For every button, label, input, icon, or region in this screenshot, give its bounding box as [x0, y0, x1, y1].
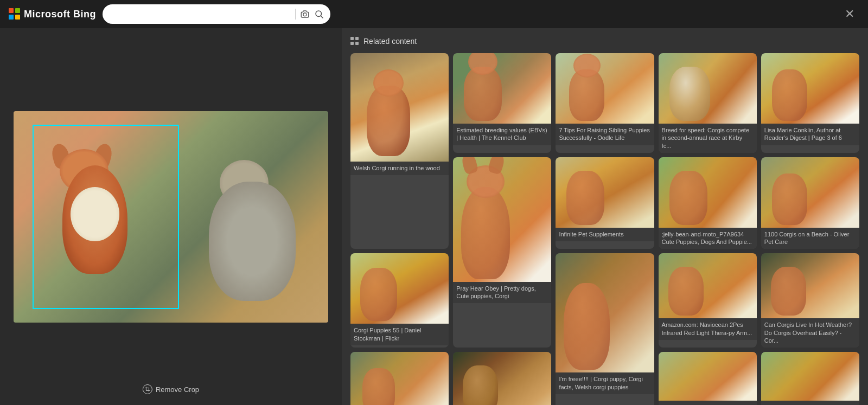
close-button[interactable]: ✕ [840, 4, 859, 24]
grid-item-2[interactable]: Estimated breeding values (EBVs) | Healt… [453, 53, 551, 153]
grid-item-13[interactable]: Can Corgis Live In Hot Weather? Do Corgi… [761, 253, 859, 348]
grid-item-2-label: Estimated breeding values (EBVs) | Healt… [453, 124, 551, 145]
related-title: Related content [363, 37, 417, 46]
remove-crop-label: Remove Crop [156, 385, 199, 394]
related-header: Related content [350, 37, 859, 46]
svg-point-1 [316, 11, 322, 17]
grid-item-12[interactable]: Amazon.com: Naviocean 2Pcs Infrared Red … [659, 253, 757, 348]
grid-item-16[interactable] [659, 352, 757, 405]
grid-item-5[interactable]: Lisa Marie Conklin, Author at Reader's D… [761, 53, 859, 153]
logo-square-blue [9, 15, 14, 20]
ri-2 [355, 37, 359, 40]
grid-item-15[interactable] [453, 352, 551, 405]
camera-search-button[interactable] [300, 9, 310, 19]
grid-item-6[interactable]: Pray Hear Obey | Pretty dogs, Cute puppi… [453, 157, 551, 348]
corgi-left [41, 144, 149, 306]
grid-item-16-label [659, 401, 757, 405]
grid-item-14[interactable] [350, 352, 449, 405]
logo-square-red [9, 8, 14, 13]
grid-item-17-label [761, 401, 859, 405]
bing-logo-text: Microsoft Bing [24, 9, 96, 20]
grid-item-9-label: 1100 Corgis on a Beach - Oliver Pet Care [761, 228, 859, 249]
grid-item-6-label: Pray Hear Obey | Pretty dogs, Cute puppi… [453, 282, 551, 304]
grid-item-3-label: 7 Tips For Raising Sibling Puppies Succe… [556, 124, 654, 145]
grid-item-11-label: I'm freee!!!! | Corgi puppy, Corgi facts… [556, 372, 654, 394]
left-panel: Remove Crop [0, 28, 342, 405]
grid-item-4-label: Breed for speed: Corgis compete in secon… [659, 124, 757, 153]
grid-item-12-label: Amazon.com: Naviocean 2Pcs Infrared Red … [659, 318, 757, 340]
svg-line-2 [321, 16, 323, 18]
ri-3 [350, 42, 354, 45]
grid-item-1-label: Welsh Corgi running in the wood [350, 162, 449, 175]
search-button[interactable] [314, 9, 324, 19]
grid-item-7-label: Infinite Pet Supplements [556, 228, 654, 241]
grid-item-8[interactable]: ;jelly-bean-and-moto_P7A9634 Cute Puppie… [659, 157, 757, 249]
search-bar [103, 4, 330, 24]
grid-item-4[interactable]: Breed for speed: Corgis compete in secon… [659, 53, 757, 153]
right-panel[interactable]: Related content Welsh Corgi running in t… [342, 28, 868, 405]
corgi-right [198, 155, 317, 323]
left-dog-chest [71, 187, 119, 241]
search-divider [295, 9, 296, 20]
topbar: Microsoft Bing ✕ [0, 0, 868, 28]
grid-item-11[interactable]: I'm freee!!!! | Corgi puppy, Corgi facts… [556, 253, 654, 405]
search-input[interactable] [109, 10, 291, 19]
images-grid: Welsh Corgi running in the wood Estimate… [350, 53, 859, 405]
grid-item-10[interactable]: Corgi Puppies 55 | Daniel Stockman | Fli… [350, 253, 449, 348]
logo-square-yellow [15, 15, 20, 20]
main-layout: Remove Crop Related content [0, 28, 868, 405]
grid-item-3[interactable]: 7 Tips For Raising Sibling Puppies Succe… [556, 53, 654, 153]
grid-item-7[interactable]: Infinite Pet Supplements [556, 157, 654, 249]
main-image [14, 111, 328, 323]
grid-item-10-label: Corgi Puppies 55 | Daniel Stockman | Fli… [350, 324, 449, 345]
bing-logo-squares [9, 8, 21, 20]
ri-4 [355, 42, 359, 45]
svg-point-0 [303, 13, 307, 16]
grid-item-8-label: ;jelly-bean-and-moto_P7A9634 Cute Puppie… [659, 228, 757, 249]
bing-logo: Microsoft Bing [9, 8, 96, 20]
related-content-icon [350, 37, 359, 46]
image-container [14, 111, 328, 323]
crop-icon [143, 384, 152, 394]
grid-item-5-label: Lisa Marie Conklin, Author at Reader's D… [761, 124, 859, 145]
grid-item-9[interactable]: 1100 Corgis on a Beach - Oliver Pet Care [761, 157, 859, 249]
grid-item-13-label: Can Corgis Live In Hot Weather? Do Corgi… [761, 318, 859, 348]
logo-square-green [15, 8, 20, 13]
right-dog-body [209, 182, 296, 301]
remove-crop-button[interactable]: Remove Crop [143, 384, 199, 394]
grid-item-17[interactable] [761, 352, 859, 405]
grid-item-1[interactable]: Welsh Corgi running in the wood [350, 53, 449, 249]
ri-1 [350, 37, 354, 40]
